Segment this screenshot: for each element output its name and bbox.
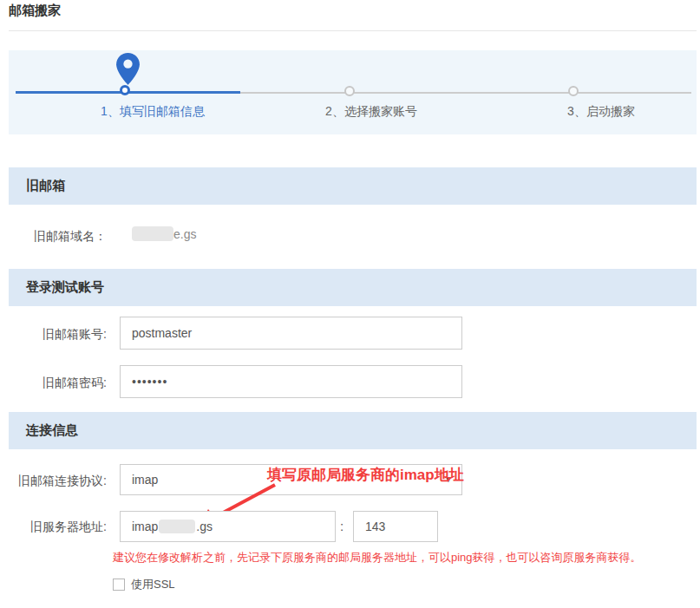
page-title: 邮箱搬家	[9, 3, 61, 19]
protocol-selected-value: imap	[132, 473, 158, 487]
step-3-label: 3、启动搬家	[506, 104, 697, 120]
server-address-label: 旧服务器地址:	[0, 520, 107, 535]
section-title: 登录测试账号	[26, 279, 104, 296]
dns-hint-text: 建议您在修改解析之前，先记录下原服务商的邮局服务器地址，可以ping获得，也可以…	[113, 550, 642, 566]
step-2-label: 2、选择搬家账号	[276, 104, 467, 120]
server-suffix: .gs	[196, 520, 213, 533]
old-domain-value: e.gs	[132, 226, 196, 241]
imap-annotation-text: 填写原邮局服务商的imap地址	[267, 465, 464, 485]
progress-track-remaining	[240, 92, 691, 94]
ssl-label: 使用SSL	[131, 577, 175, 592]
section-header-connection: 连接信息	[9, 412, 697, 449]
ssl-checkbox[interactable]	[113, 579, 125, 591]
port-separator: :	[340, 519, 343, 533]
old-password-input[interactable]	[120, 365, 462, 398]
old-password-label: 旧邮箱密码:	[0, 376, 107, 391]
port-input[interactable]	[353, 511, 438, 542]
section-title: 连接信息	[26, 422, 78, 439]
server-address-input[interactable]: imap .gs	[120, 511, 336, 542]
mailbox-migration-page: 邮箱搬家 1、填写旧邮箱信息 2、选择搬家账号 3、启动搬家 旧邮箱 旧邮箱域名…	[0, 0, 700, 608]
step-1-label: 1、填写旧邮箱信息	[57, 104, 248, 120]
step-1-marker	[120, 85, 130, 95]
step-3-marker	[568, 86, 579, 96]
divider	[9, 30, 697, 31]
step-2-marker	[344, 86, 355, 96]
domain-suffix: e.gs	[173, 227, 196, 241]
section-header-old-mailbox: 旧邮箱	[9, 167, 697, 205]
step-wizard: 1、填写旧邮箱信息 2、选择搬家账号 3、启动搬家	[9, 50, 697, 134]
redacted-blur	[159, 520, 195, 533]
server-prefix: imap	[132, 520, 158, 533]
redacted-blur	[132, 226, 173, 241]
ssl-option-row[interactable]: 使用SSL	[113, 577, 175, 592]
section-header-login-test: 登录测试账号	[9, 269, 697, 306]
protocol-label: 旧邮箱连接协议:	[0, 474, 107, 489]
old-domain-label: 旧邮箱域名：	[0, 229, 107, 245]
old-account-input[interactable]	[120, 317, 462, 350]
old-account-label: 旧邮箱账号:	[0, 327, 107, 343]
section-title: 旧邮箱	[26, 178, 65, 194]
location-pin-icon	[116, 53, 140, 86]
